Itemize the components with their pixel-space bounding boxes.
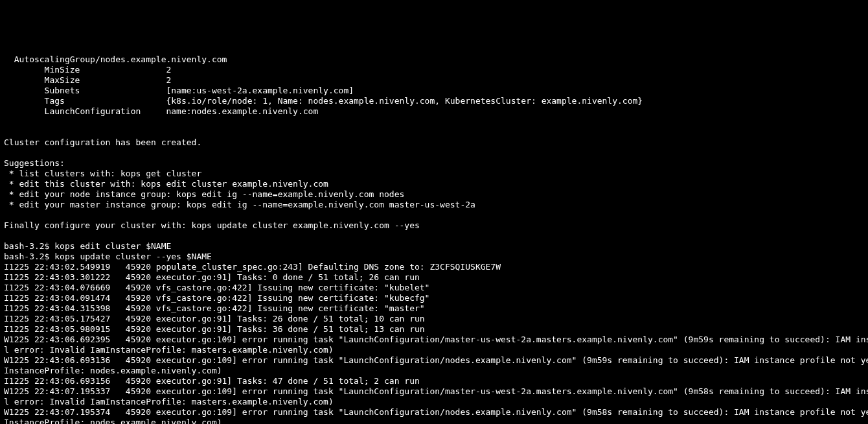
- terminal-text: AutoscalingGroup/nodes.example.nivenly.c…: [4, 54, 868, 424]
- terminal-output[interactable]: AutoscalingGroup/nodes.example.nivenly.c…: [0, 52, 868, 424]
